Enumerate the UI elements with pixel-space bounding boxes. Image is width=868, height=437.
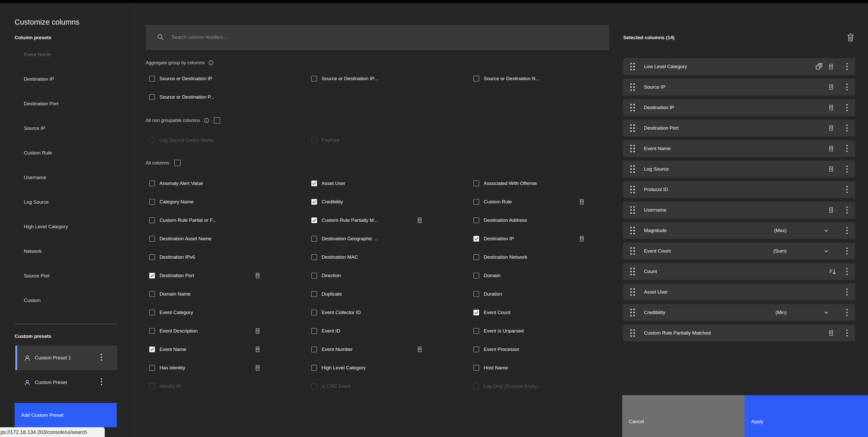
- drag-handle-icon[interactable]: [630, 145, 635, 152]
- column-checkbox-item[interactable]: Destination Geographic ...: [308, 230, 470, 248]
- checkbox[interactable]: [149, 181, 155, 186]
- column-checkbox-item[interactable]: Identity IP: [146, 377, 308, 396]
- column-checkbox-item[interactable]: Domain Name: [146, 285, 308, 303]
- column-checkbox-item[interactable]: Custom Rule Partial or F...: [146, 211, 308, 230]
- checkbox[interactable]: [149, 310, 155, 315]
- checkbox[interactable]: [149, 365, 155, 371]
- checkbox[interactable]: [473, 254, 479, 260]
- all-columns-checkbox[interactable]: [174, 160, 181, 166]
- column-checkbox-item[interactable]: Destination Network: [470, 248, 632, 266]
- checkbox[interactable]: [311, 137, 317, 143]
- drag-handle-icon[interactable]: [630, 84, 635, 91]
- drag-handle-icon[interactable]: [630, 329, 635, 337]
- kebab-menu-icon[interactable]: [100, 353, 102, 362]
- column-preset-item[interactable]: Network: [0, 239, 134, 264]
- column-preset-item[interactable]: Log Source: [0, 190, 134, 214]
- drag-handle-icon[interactable]: [630, 166, 635, 173]
- column-preset-item[interactable]: Custom Rule: [0, 141, 134, 165]
- checkbox[interactable]: [473, 328, 479, 334]
- column-checkbox-item[interactable]: Has Identity: [146, 359, 308, 377]
- checkbox[interactable]: [473, 347, 479, 352]
- checkbox[interactable]: [473, 76, 479, 82]
- checkbox[interactable]: [149, 328, 155, 334]
- checkbox[interactable]: [149, 94, 155, 100]
- checkbox[interactable]: [149, 236, 155, 241]
- drag-handle-icon[interactable]: [630, 268, 635, 275]
- kebab-menu-icon[interactable]: [846, 227, 848, 234]
- custom-preset-item[interactable]: Custom Preset: [16, 370, 117, 395]
- info-icon[interactable]: [208, 60, 214, 65]
- checkbox[interactable]: [311, 365, 317, 371]
- column-checkbox-item[interactable]: Source or Destination IP: [146, 69, 308, 88]
- column-checkbox-item[interactable]: Duplicate: [308, 285, 470, 303]
- search-input[interactable]: [146, 25, 609, 49]
- checkbox[interactable]: [311, 291, 317, 297]
- column-checkbox-item[interactable]: Source or Destination P...: [146, 88, 308, 106]
- column-checkbox-item[interactable]: Destination Asset Name: [146, 230, 308, 248]
- checkbox[interactable]: [311, 254, 317, 260]
- cancel-button[interactable]: Cancel: [622, 395, 745, 437]
- checkbox[interactable]: [149, 291, 155, 297]
- column-checkbox-item[interactable]: Destination Port: [146, 266, 308, 285]
- checkbox[interactable]: [311, 181, 317, 186]
- column-checkbox-item[interactable]: Event Processor: [470, 340, 632, 359]
- non-groupable-select-all-checkbox[interactable]: [214, 117, 220, 123]
- checkbox[interactable]: [311, 76, 317, 82]
- checkbox[interactable]: [311, 328, 317, 334]
- chevron-down-icon[interactable]: [823, 227, 830, 234]
- column-checkbox-item[interactable]: Destination IPv6: [146, 248, 308, 266]
- checkbox[interactable]: [473, 199, 479, 205]
- kebab-menu-icon[interactable]: [846, 329, 848, 337]
- checkbox[interactable]: [149, 199, 155, 205]
- kebab-menu-icon[interactable]: [846, 288, 848, 296]
- column-preset-item[interactable]: Event Name: [0, 42, 134, 67]
- drag-handle-icon[interactable]: [630, 309, 635, 316]
- column-checkbox-item[interactable]: Destination IP: [470, 230, 632, 248]
- checkbox[interactable]: [473, 217, 479, 223]
- checkbox[interactable]: [311, 273, 317, 279]
- apply-button[interactable]: Apply: [745, 395, 868, 437]
- column-checkbox-item[interactable]: Is CRE Event: [308, 377, 470, 396]
- kebab-menu-icon[interactable]: [846, 104, 848, 111]
- checkbox[interactable]: [149, 347, 155, 352]
- column-checkbox-item[interactable]: Destination Address: [470, 211, 632, 230]
- column-checkbox-item[interactable]: Anomaly Alert Value: [146, 174, 308, 193]
- checkbox[interactable]: [311, 310, 317, 315]
- column-checkbox-item[interactable]: Event Count: [470, 303, 632, 322]
- column-checkbox-item[interactable]: Custom Rule: [470, 193, 632, 211]
- drag-handle-icon[interactable]: [630, 63, 635, 70]
- column-checkbox-item[interactable]: Event Category: [146, 303, 308, 322]
- column-preset-item[interactable]: High Level Category: [0, 214, 134, 239]
- column-checkbox-item[interactable]: Credibility: [308, 193, 470, 211]
- kebab-menu-icon[interactable]: [846, 124, 848, 132]
- checkbox[interactable]: [473, 291, 479, 297]
- column-checkbox-item[interactable]: Asset User: [308, 174, 470, 193]
- column-checkbox-item[interactable]: Associated With Offense: [470, 174, 632, 193]
- drag-handle-icon[interactable]: [630, 227, 635, 234]
- column-checkbox-item[interactable]: Event Collector ID: [308, 303, 470, 322]
- custom-preset-item[interactable]: Custom Preset 1: [16, 346, 117, 370]
- drag-handle-icon[interactable]: [630, 186, 635, 194]
- kebab-menu-icon[interactable]: [846, 206, 848, 214]
- column-checkbox-item[interactable]: Direction: [308, 266, 470, 285]
- drag-handle-icon[interactable]: [630, 104, 635, 111]
- column-checkbox-item[interactable]: Host Name: [470, 359, 632, 377]
- checkbox[interactable]: [149, 383, 155, 389]
- delete-all-button[interactable]: [845, 32, 856, 42]
- column-checkbox-item[interactable]: High Level Category: [308, 359, 470, 377]
- drag-handle-icon[interactable]: [630, 206, 635, 214]
- checkbox[interactable]: [149, 217, 155, 223]
- kebab-menu-icon[interactable]: [846, 83, 848, 91]
- checkbox[interactable]: [473, 310, 479, 315]
- info-icon[interactable]: [204, 118, 209, 123]
- drag-handle-icon[interactable]: [630, 288, 635, 296]
- column-checkbox-item[interactable]: Event Number: [308, 340, 470, 359]
- column-preset-item[interactable]: Destination Port: [0, 91, 134, 116]
- checkbox[interactable]: [311, 383, 317, 389]
- drag-handle-icon[interactable]: [630, 124, 635, 132]
- drag-handle-icon[interactable]: [630, 247, 635, 255]
- column-checkbox-item[interactable]: Log Only (Exclude Analy...: [470, 377, 632, 396]
- checkbox[interactable]: [149, 254, 155, 260]
- chevron-down-icon[interactable]: [823, 309, 830, 316]
- kebab-menu-icon[interactable]: [100, 378, 102, 387]
